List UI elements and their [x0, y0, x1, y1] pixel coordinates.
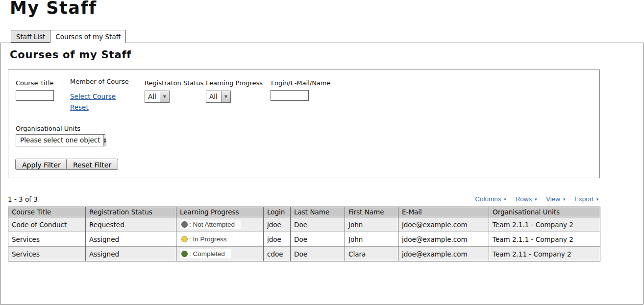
column-header-organisational-units: Organisational Units — [489, 207, 600, 217]
cell-first-name: Clara — [345, 247, 398, 261]
organisational-units-label: Organisational Units — [16, 125, 80, 132]
filter-panel: Course Title Member of Course Select Cou… — [8, 70, 600, 178]
status-dot-icon — [181, 221, 188, 228]
learning-progress-text: : In Progress — [189, 235, 227, 243]
cell-email: jdoe@example.com — [398, 247, 489, 261]
columns-menu[interactable]: Columns ▼ — [475, 195, 507, 203]
learning-progress-text: : Completed — [189, 250, 225, 258]
cell-learning-progress: : Completed — [176, 247, 264, 261]
export-menu[interactable]: Export ▼ — [574, 195, 599, 203]
tab-courses-of-my-staff[interactable]: Courses of my Staff — [50, 30, 126, 43]
learning-progress-badge: : In Progress — [180, 235, 233, 244]
column-header-registration-status: Registration Status — [86, 207, 176, 217]
table-toolbar: Columns ▼ Rows ▼ View ▼ Export ▼ — [475, 195, 599, 203]
cell-organisational-units: Team 2.11 - Company 2 — [489, 247, 600, 261]
column-header-first-name: First Name — [345, 207, 398, 217]
cell-first-name: John — [345, 217, 398, 232]
tab-bar: Staff List Courses of my Staff — [11, 30, 125, 43]
login-email-name-label: Login/E-Mail/Name — [271, 79, 331, 87]
column-header-course-title: Course Title — [8, 207, 86, 217]
cell-first-name: John — [345, 232, 398, 247]
member-of-course-label: Member of Course — [70, 78, 129, 85]
status-dot-icon — [181, 236, 188, 242]
organisational-units-select[interactable]: Please select one object ▲ ▼ — [16, 134, 105, 146]
cell-course-title: Services — [8, 247, 86, 261]
cell-email: jdoe@example.com — [398, 217, 489, 232]
learning-progress-value: All — [206, 91, 221, 102]
view-menu[interactable]: View ▼ — [546, 195, 566, 203]
course-title-input[interactable] — [16, 90, 54, 101]
cell-login: cdoe — [264, 247, 291, 261]
chevron-down-icon: ▼ — [503, 196, 507, 202]
login-email-name-input[interactable] — [271, 90, 309, 101]
result-count: 1 - 3 of 3 — [8, 195, 38, 203]
organisational-units-value: Please select one object — [16, 135, 103, 146]
registration-status-value: All — [145, 91, 160, 102]
view-menu-label: View — [546, 195, 560, 203]
cell-course-title: Code of Conduct — [8, 217, 86, 232]
chevron-down-icon[interactable]: ▼ — [221, 91, 230, 102]
column-header-email: E-Mail — [398, 207, 489, 217]
reset-course-link[interactable]: Reset — [70, 103, 89, 111]
spinner-icon[interactable]: ▲ ▼ — [103, 135, 106, 146]
cell-course-title: Services — [8, 232, 86, 247]
column-header-learning-progress: Learning Progress — [176, 207, 264, 217]
cell-registration-status: Assigned — [86, 232, 176, 247]
cell-learning-progress: : In Progress — [176, 232, 264, 247]
tab-content-panel: Courses of my Staff Course Title Member … — [0, 43, 644, 305]
cell-last-name: Doe — [291, 247, 345, 261]
reset-filter-button[interactable]: Reset Filter — [66, 159, 118, 170]
column-header-last-name: Last Name — [291, 207, 345, 217]
courses-table: Course Title Registration Status Learnin… — [8, 207, 600, 261]
table-row: Services Assigned : Completed cdoe Doe C… — [8, 247, 600, 261]
cell-registration-status: Assigned — [86, 247, 176, 261]
cell-learning-progress: : Not Attempted — [176, 217, 264, 232]
spinner-down-icon: ▼ — [104, 141, 106, 143]
cell-organisational-units: Team 2.1.1 - Company 2 — [489, 217, 600, 232]
status-dot-icon — [181, 251, 188, 257]
registration-status-label: Registraton Status — [145, 79, 203, 87]
apply-filter-button[interactable]: Apply Filter — [15, 159, 68, 170]
cell-login: jdoe — [264, 232, 291, 247]
course-title-label: Course Title — [16, 79, 53, 87]
table-row: Services Assigned : In Progress jdoe Doe… — [8, 232, 600, 247]
cell-login: jdoe — [264, 217, 291, 232]
chevron-down-icon[interactable]: ▼ — [160, 91, 169, 102]
learning-progress-badge: : Not Attempted — [180, 220, 241, 229]
chevron-down-icon: ▼ — [595, 196, 599, 202]
rows-menu[interactable]: Rows ▼ — [515, 195, 538, 203]
chevron-down-icon: ▼ — [562, 196, 566, 202]
select-course-link[interactable]: Select Course — [70, 93, 116, 100]
registration-status-select[interactable]: All ▼ — [145, 91, 170, 103]
learning-progress-label: Learning Progress — [206, 79, 263, 87]
section-heading: Courses of my Staff — [10, 49, 131, 61]
cell-email: jdoe@example.com — [398, 232, 489, 247]
columns-menu-label: Columns — [475, 195, 501, 203]
rows-menu-label: Rows — [515, 195, 532, 203]
export-menu-label: Export — [574, 195, 594, 203]
table-row: Code of Conduct Requested : Not Attempte… — [8, 217, 600, 232]
column-header-login: Login — [264, 207, 291, 217]
page-title: My Staff — [10, 0, 97, 18]
chevron-down-icon: ▼ — [534, 196, 538, 202]
courses-table-wrap: Course Title Registration Status Learnin… — [8, 207, 600, 261]
cell-last-name: Doe — [291, 217, 345, 232]
table-header-row: Course Title Registration Status Learnin… — [8, 207, 600, 217]
learning-progress-select[interactable]: All ▼ — [206, 91, 231, 103]
learning-progress-badge: : Completed — [180, 249, 231, 258]
learning-progress-text: : Not Attempted — [189, 221, 235, 228]
cell-last-name: Doe — [291, 232, 345, 247]
cell-registration-status: Requested — [86, 217, 176, 232]
cell-organisational-units: Team 2.1.1 - Company 2 — [489, 232, 600, 247]
tab-staff-list[interactable]: Staff List — [11, 30, 50, 43]
